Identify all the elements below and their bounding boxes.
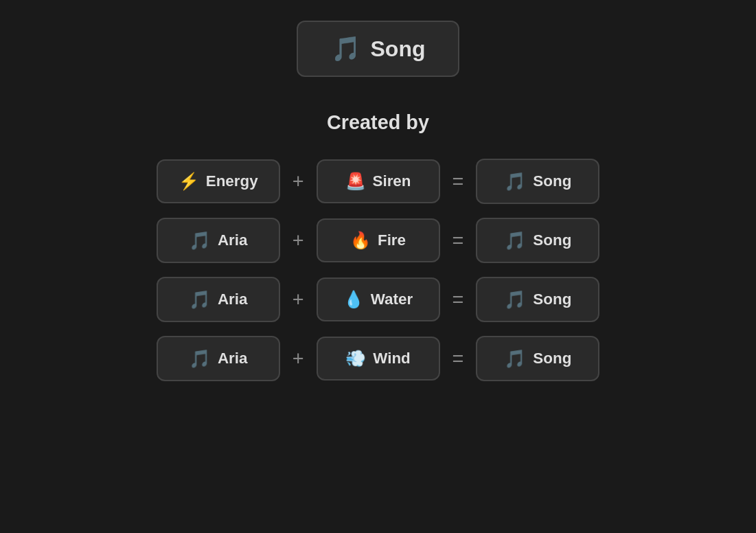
- recipe-row-2: 🎵 Aria + 🔥 Fire = 🎵 Song: [157, 218, 600, 263]
- equals-operator-1: =: [453, 170, 464, 193]
- aria-music-icon-2: 🎵: [189, 230, 211, 251]
- ingredient1-aria-3[interactable]: 🎵 Aria: [157, 277, 280, 322]
- wind-icon: 💨: [345, 349, 366, 368]
- recipe-row-3: 🎵 Aria + 💧 Water = 🎵 Song: [157, 277, 600, 322]
- recipe-row-1: ⚡ Energy + 🚨 Siren = 🎵 Song: [157, 159, 600, 204]
- result-song-1[interactable]: 🎵 Song: [476, 159, 599, 204]
- energy-icon: ⚡: [179, 172, 199, 191]
- result-music-icon-1: 🎵: [504, 171, 526, 192]
- equals-operator-3: =: [453, 288, 464, 311]
- water-icon: 💧: [343, 290, 364, 309]
- header-music-icon: 🎵: [331, 34, 361, 63]
- ingredient2-wind[interactable]: 💨 Wind: [317, 337, 440, 381]
- ingredient1-energy[interactable]: ⚡ Energy: [157, 159, 280, 203]
- plus-operator-2: +: [293, 229, 304, 252]
- plus-operator-1: +: [293, 170, 304, 193]
- siren-icon: 🚨: [345, 172, 366, 191]
- header-card: 🎵 Song: [297, 21, 460, 77]
- result-song-label-2: Song: [533, 231, 571, 249]
- equals-operator-4: =: [453, 348, 464, 370]
- ingredient2-water[interactable]: 💧 Water: [317, 277, 440, 321]
- result-song-label-4: Song: [533, 350, 571, 367]
- siren-label: Siren: [373, 172, 411, 190]
- result-song-label-1: Song: [533, 172, 571, 190]
- plus-operator-4: +: [293, 348, 304, 370]
- wind-label: Wind: [373, 350, 411, 367]
- ingredient2-fire[interactable]: 🔥 Fire: [317, 218, 440, 262]
- fire-icon: 🔥: [350, 231, 371, 250]
- result-music-icon-2: 🎵: [504, 230, 526, 251]
- recipes-container: ⚡ Energy + 🚨 Siren = 🎵 Song 🎵 Aria + 🔥 F…: [157, 159, 600, 381]
- equals-operator-2: =: [453, 229, 464, 252]
- fire-label: Fire: [378, 231, 406, 249]
- recipe-row-4: 🎵 Aria + 💨 Wind = 🎵 Song: [157, 336, 600, 381]
- ingredient2-siren[interactable]: 🚨 Siren: [317, 159, 440, 203]
- plus-operator-3: +: [293, 288, 304, 311]
- ingredient1-aria-2[interactable]: 🎵 Aria: [157, 218, 280, 263]
- aria-label-4: Aria: [218, 350, 248, 367]
- water-label: Water: [371, 291, 413, 308]
- aria-label-3: Aria: [218, 291, 248, 308]
- result-song-label-3: Song: [533, 291, 571, 308]
- created-by-title: Created by: [327, 111, 429, 134]
- ingredient1-aria-4[interactable]: 🎵 Aria: [157, 336, 280, 381]
- aria-music-icon-4: 🎵: [189, 348, 211, 369]
- result-music-icon-3: 🎵: [504, 289, 526, 310]
- result-music-icon-4: 🎵: [504, 348, 526, 369]
- energy-label: Energy: [206, 172, 258, 190]
- result-song-4[interactable]: 🎵 Song: [476, 336, 599, 381]
- result-song-3[interactable]: 🎵 Song: [476, 277, 599, 322]
- aria-music-icon-3: 🎵: [189, 289, 211, 310]
- header-label: Song: [371, 36, 426, 62]
- aria-label-2: Aria: [218, 231, 248, 249]
- result-song-2[interactable]: 🎵 Song: [476, 218, 599, 263]
